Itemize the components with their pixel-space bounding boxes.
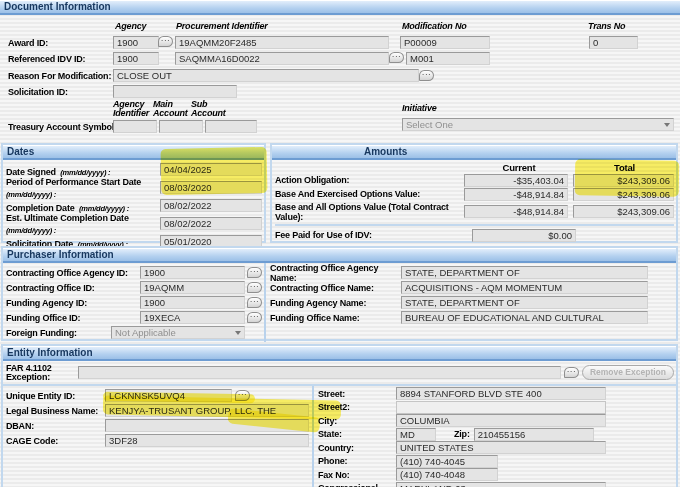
purchaser-panel: Purchaser Information Contracting Office… xyxy=(1,246,678,341)
remove-exception-button[interactable]: Remove Exception xyxy=(582,365,674,380)
fund-agency-name-row: Funding Agency Name: STATE, DEPARTMENT O… xyxy=(270,295,648,310)
entity-left-column: Unique Entity ID: LCKNNSK5UVQ4 ··· Legal… xyxy=(3,386,314,487)
co-id-row: Contracting Office ID: 19AQMM ··· xyxy=(6,280,264,295)
treasury-account-symbol-label: Treasury Account Symbol: xyxy=(8,122,117,132)
street-field[interactable]: 8894 STANFORD BLVD STE 400 xyxy=(396,387,606,400)
uei-picker-button[interactable]: ··· xyxy=(235,390,250,401)
foreign-funding-row: Foreign Funding: Not Applicable xyxy=(6,325,264,340)
tas-main-account-field[interactable] xyxy=(159,120,203,133)
section-header-purchaser: Purchaser Information xyxy=(3,248,676,263)
fund-office-id-picker-button[interactable]: ··· xyxy=(247,312,262,323)
co-id-label: Contracting Office ID: xyxy=(6,283,140,293)
legal-name-field[interactable]: KENJYA-TRUSANT GROUP, LLC, THE xyxy=(105,404,309,417)
fund-office-id-row: Funding Office ID: 19XECA ··· xyxy=(6,310,264,325)
far-exception-label: FAR 4.1102 Exception: xyxy=(6,364,78,382)
fund-office-id-field[interactable]: 19XECA xyxy=(140,311,245,324)
fax-label: Fax No: xyxy=(318,470,396,480)
country-row: Country: UNITED STATES xyxy=(318,441,606,455)
award-id-agency-picker-button[interactable]: ··· xyxy=(158,36,173,47)
state-field[interactable]: MD xyxy=(396,428,436,441)
state-zip-row: State: MD Zip: 210455156 xyxy=(318,428,606,442)
referenced-idv-agency-field[interactable]: 1900 xyxy=(113,52,159,65)
amounts-total-column-header: Total xyxy=(575,162,674,173)
entity-right-column: Street: 8894 STANFORD BLVD STE 400 Stree… xyxy=(314,386,676,487)
zip-label: Zip: xyxy=(454,429,470,439)
cage-code-field[interactable]: 3DF28 xyxy=(105,434,309,447)
reason-for-modification-picker-button[interactable]: ··· xyxy=(419,70,434,81)
co-name-field[interactable]: ACQUISITIONS - AQM MOMENTUM xyxy=(401,281,648,294)
fund-agency-id-picker-button[interactable]: ··· xyxy=(247,297,262,308)
legal-name-label: Legal Business Name: xyxy=(6,406,105,416)
fund-agency-id-row: Funding Agency ID: 1900 ··· xyxy=(6,295,264,310)
base-exercised-total-field[interactable]: $243,309.06 xyxy=(573,188,674,201)
award-id-agency-field[interactable]: 1900 xyxy=(113,36,159,49)
award-id-piid-field[interactable]: 19AQMM20F2485 xyxy=(175,36,389,49)
base-exercised-row: Base And Exercised Options Value: -$48,9… xyxy=(275,187,674,201)
far-label-line2: Exception: xyxy=(6,372,50,382)
amounts-divider xyxy=(275,224,674,226)
column-header-trans-no: Trans No xyxy=(588,21,625,31)
country-label: Country: xyxy=(318,443,396,453)
pop-start-row: Period of Performance Start Date (mm/dd/… xyxy=(6,177,262,198)
phone-label: Phone: xyxy=(318,456,396,466)
column-header-agency: Agency xyxy=(115,21,146,31)
est-ultimate-field[interactable]: 08/02/2022 xyxy=(160,217,262,230)
congressional-label: Congressional xyxy=(318,483,396,487)
award-id-mod-field[interactable]: P00009 xyxy=(400,36,490,49)
dates-title: Dates xyxy=(7,146,34,157)
completion-date-field[interactable]: 08/02/2022 xyxy=(160,199,262,212)
action-obligation-current-field[interactable]: -$35,403.04 xyxy=(464,174,568,187)
pop-start-field[interactable]: 08/03/2020 xyxy=(160,181,262,194)
initiative-select[interactable]: Select One xyxy=(402,118,674,131)
fax-field[interactable]: (410) 740-4048 xyxy=(396,468,498,481)
zip-field[interactable]: 210455156 xyxy=(474,428,594,441)
city-row: City: COLUMBIA xyxy=(318,414,606,428)
cage-code-label: CAGE Code: xyxy=(6,436,105,446)
phone-row: Phone: (410) 740-4045 xyxy=(318,455,606,469)
entity-title: Entity Information xyxy=(7,347,93,358)
initiative-selected-value: Select One xyxy=(406,119,453,130)
foreign-funding-select[interactable]: Not Applicable xyxy=(111,326,245,339)
co-agency-name-field[interactable]: STATE, DEPARTMENT OF xyxy=(401,266,648,279)
city-field[interactable]: COLUMBIA xyxy=(396,414,606,427)
co-agency-id-picker-button[interactable]: ··· xyxy=(247,267,262,278)
base-all-options-total-field[interactable]: $243,309.06 xyxy=(573,205,674,218)
base-exercised-current-field[interactable]: -$48,914.84 xyxy=(464,188,568,201)
country-field[interactable]: UNITED STATES xyxy=(396,441,606,454)
fax-row: Fax No: (410) 740-4048 xyxy=(318,468,606,482)
fee-paid-field[interactable]: $0.00 xyxy=(472,229,576,242)
base-all-options-current-field[interactable]: -$48,914.84 xyxy=(464,205,568,218)
column-header-modification-no: Modification No xyxy=(402,21,467,31)
phone-field[interactable]: (410) 740-4045 xyxy=(396,455,498,468)
uei-field[interactable]: LCKNNSK5UVQ4 xyxy=(105,389,232,402)
amounts-title: Amounts xyxy=(364,146,407,157)
co-id-picker-button[interactable]: ··· xyxy=(247,282,262,293)
street-label: Street: xyxy=(318,389,396,399)
co-agency-id-field[interactable]: 1900 xyxy=(140,266,245,279)
solicitation-id-field[interactable] xyxy=(113,85,237,98)
street2-label: Street2: xyxy=(318,402,396,412)
city-label: City: xyxy=(318,416,396,426)
fund-office-name-field[interactable]: BUREAU OF EDUCATIONAL AND CULTURAL xyxy=(401,311,648,324)
tas-sub-account-field[interactable] xyxy=(205,120,257,133)
street2-field[interactable] xyxy=(396,401,606,414)
dban-field[interactable] xyxy=(105,419,309,432)
fund-agency-id-label: Funding Agency ID: xyxy=(6,298,140,308)
date-signed-field[interactable]: 04/04/2025 xyxy=(160,163,262,176)
reason-for-modification-field[interactable]: CLOSE OUT xyxy=(113,69,419,82)
far-exception-picker-button[interactable]: ··· xyxy=(564,367,579,378)
dates-panel: Dates Date Signed (mm/dd/yyyy) : 04/04/2… xyxy=(1,143,266,243)
fund-agency-id-field[interactable]: 1900 xyxy=(140,296,245,309)
tas-agency-identifier-field[interactable] xyxy=(113,120,157,133)
fund-agency-name-field[interactable]: STATE, DEPARTMENT OF xyxy=(401,296,648,309)
referenced-idv-mod-field[interactable]: M001 xyxy=(406,52,490,65)
action-obligation-total-field[interactable]: $243,309.06 xyxy=(573,174,674,187)
uei-label: Unique Entity ID: xyxy=(6,391,105,401)
congressional-field[interactable]: MARYLAND 03 xyxy=(396,482,606,487)
trans-no-field[interactable]: 0 xyxy=(589,36,638,49)
est-ultimate-row: Est. Ultimate Completion Date (mm/dd/yyy… xyxy=(6,213,262,234)
co-id-field[interactable]: 19AQMM xyxy=(140,281,245,294)
far-exception-field[interactable] xyxy=(78,366,561,379)
referenced-idv-piid-field[interactable]: SAQMMA16D0022 xyxy=(175,52,389,65)
referenced-idv-picker-button[interactable]: ··· xyxy=(389,52,404,63)
